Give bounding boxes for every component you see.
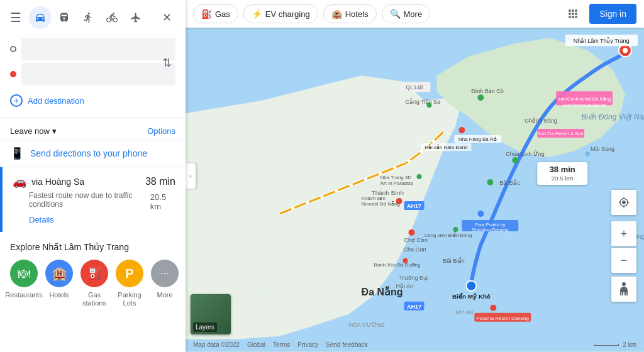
zoom-in-button[interactable]: +: [611, 221, 636, 246]
explore-parking[interactable]: P Parking Lots: [116, 260, 143, 307]
route-option[interactable]: 🚗 via Hoàng Sa 38 min Fastest route now …: [0, 167, 186, 232]
add-destination-label: Add destination: [28, 96, 84, 106]
route-inputs: Biển Mỹ Khê, Võ Nguyên Giáp, Ngũ Hành Nh…: [0, 35, 186, 91]
filter-bar: ⛽ Gas ⚡ EV charging 🏨 Hotels 🔍 More Sign…: [186, 0, 644, 28]
phone-icon: 📱: [10, 146, 24, 160]
origin-dot: [10, 46, 16, 52]
details-link[interactable]: Details: [29, 215, 175, 224]
driving-mode-button[interactable]: [29, 6, 52, 29]
leave-now-button[interactable]: Leave now ▾: [10, 126, 57, 136]
svg-point-40: [477, 211, 484, 217]
walking-mode-button[interactable]: [77, 6, 99, 29]
svg-text:38 min: 38 min: [550, 165, 575, 174]
terms-link[interactable]: Terms: [273, 341, 290, 348]
explore-gas-stations[interactable]: ⛽ Gas stations: [80, 260, 108, 307]
svg-text:Khách sạn: Khách sạn: [362, 195, 386, 201]
gas-icon: ⛽: [80, 260, 108, 287]
transit-mode-button[interactable]: [53, 6, 75, 29]
svg-text:Furama Resort Danang: Furama Resort Danang: [477, 316, 529, 321]
close-button[interactable]: ✕: [155, 6, 178, 29]
svg-point-13: [623, 48, 628, 53]
map-area[interactable]: ⛽ Gas ⚡ EV charging 🏨 Hotels 🔍 More Sign…: [186, 0, 644, 352]
destination-input[interactable]: Nhất Lâm Thủy Trang, Hoàng Sa, Thọ Qu...: [21, 63, 175, 85]
pegman-button[interactable]: [611, 277, 636, 302]
svg-point-30: [458, 127, 465, 133]
svg-text:20.5 km: 20.5 km: [551, 175, 573, 182]
hotels-chip-label: Hotels: [345, 9, 369, 19]
explore-items: 🍽 Restaurants 🏨 Hotels ⛽ Gas stations P …: [10, 260, 175, 307]
svg-text:Chợ Cồn: Chợ Cồn: [404, 237, 428, 243]
svg-point-37: [416, 174, 421, 179]
sign-in-button[interactable]: Sign in: [589, 4, 636, 24]
svg-point-22: [585, 151, 590, 157]
options-button[interactable]: Options: [147, 126, 175, 136]
explore-restaurants[interactable]: 🍽 Restaurants: [10, 260, 38, 299]
ev-chip-icon: ⚡: [252, 9, 262, 19]
gas-chip-label: Gas: [215, 9, 230, 19]
layers-label: Layers: [193, 322, 217, 332]
more-chip[interactable]: 🔍 More: [382, 4, 431, 23]
add-icon: +: [10, 94, 23, 107]
feedback-link[interactable]: Send feedback: [326, 341, 368, 348]
svg-text:Trường Đại: Trường Đại: [399, 275, 429, 281]
svg-point-50: [409, 229, 415, 236]
apps-button[interactable]: [562, 3, 584, 25]
route-time: 38 min: [145, 176, 175, 187]
svg-text:Sheraton Danang: Sheraton Danang: [472, 227, 509, 233]
parking-label: Parking Lots: [116, 291, 143, 307]
nav-icons: [29, 6, 147, 29]
privacy-link[interactable]: Privacy: [297, 341, 318, 348]
route-distance: 20.5 km: [150, 192, 175, 211]
destination-dot: [10, 71, 16, 77]
send-directions-button[interactable]: 📱 Send directions to your phone: [0, 140, 186, 167]
svg-text:Đình Bàn Cô: Đình Bàn Cô: [471, 88, 503, 94]
zoom-out-button[interactable]: −: [611, 248, 636, 273]
menu-icon[interactable]: ☰: [8, 8, 24, 28]
svg-text:Art In Paradise: Art In Paradise: [380, 180, 414, 186]
gas-chip[interactable]: ⛽ Gas: [193, 4, 238, 23]
svg-text:Novotel Đà Nẵng: Novotel Đà Nẵng: [362, 201, 400, 207]
flight-mode-button[interactable]: [125, 6, 147, 29]
send-directions-label: Send directions to your phone: [30, 148, 147, 158]
origin-row: Biển Mỹ Khê, Võ Nguyên Giáp, Ngũ Hành: [10, 38, 175, 60]
origin-input[interactable]: Biển Mỹ Khê, Võ Nguyên Giáp, Ngũ Hành: [21, 38, 175, 60]
swap-button[interactable]: ⇅: [158, 54, 175, 72]
svg-text:Bánh Xèo Bà Dưỡng: Bánh Xèo Bà Dưỡng: [374, 262, 421, 268]
scale-bar: 2 km: [594, 341, 636, 348]
hotels-chip[interactable]: 🏨 Hotels: [323, 4, 377, 23]
leave-now-chevron: ▾: [52, 126, 57, 136]
gas-label: Gas stations: [80, 291, 108, 307]
destination-row: Nhất Lâm Thủy Trang, Hoàng Sa, Thọ Qu...: [10, 63, 175, 85]
map-svg: QL14B AH17 AH17 Biển Mỹ Khê Nhất Lâm Thủ…: [186, 0, 644, 352]
explore-hotels[interactable]: 🏨 Hotels: [45, 260, 73, 299]
add-destination-button[interactable]: + Add destination: [10, 92, 175, 107]
svg-text:Biển Mỹ Khê: Biển Mỹ Khê: [452, 292, 491, 300]
svg-text:Nha Trang 3D: Nha Trang 3D: [380, 175, 412, 180]
svg-text:Cảng Tiên Sa: Cảng Tiên Sa: [406, 98, 440, 105]
svg-text:Bãi Biển: Bãi Biển: [443, 257, 464, 264]
more-label: More: [157, 291, 172, 299]
svg-text:AH17: AH17: [407, 304, 421, 310]
layers-thumbnail[interactable]: Layers: [191, 294, 231, 334]
svg-text:MY AN: MY AN: [455, 309, 473, 316]
cycling-mode-button[interactable]: [101, 6, 123, 29]
svg-text:Cha Gon: Cha Gon: [404, 246, 426, 253]
collapse-handle[interactable]: ‹: [186, 163, 196, 189]
explore-more[interactable]: ··· More: [151, 260, 179, 299]
svg-text:Son Tra Resort & Spa: Son Tra Resort & Spa: [538, 131, 584, 136]
sidebar: ☰ ✕ Biển: [0, 0, 186, 352]
hotels-label: Hotels: [49, 291, 69, 299]
map-controls: + −: [611, 190, 636, 302]
svg-point-24: [487, 179, 493, 185]
svg-text:Biển Đông Việt Nam: Biển Đông Việt Nam: [581, 113, 644, 121]
divider-1: [0, 117, 186, 118]
global-link[interactable]: Global: [247, 341, 265, 348]
svg-text:AH17: AH17: [407, 203, 421, 209]
ev-charging-chip[interactable]: ⚡ EV charging: [243, 4, 318, 23]
more-chip-label: More: [404, 9, 423, 19]
svg-text:InterContinental Đà Nẵng: InterContinental Đà Nẵng: [558, 96, 611, 102]
svg-text:Công viên Biển Đông: Công viên Biển Đông: [424, 231, 472, 238]
location-button[interactable]: [611, 190, 636, 215]
scale-label: 2 km: [623, 341, 636, 348]
more-explore-icon: ···: [151, 260, 179, 287]
